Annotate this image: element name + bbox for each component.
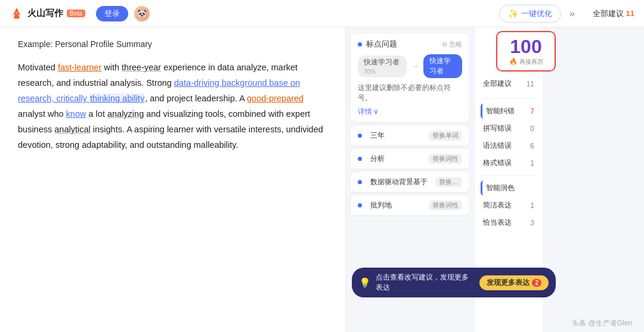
sidebar-count-3: 1 <box>530 159 534 167</box>
sidebar-count-0: 7 <box>530 107 534 116</box>
toast-text: 点击查看改写建议，发现更多表达 <box>376 272 475 293</box>
optimize-label: 一键优化 <box>521 8 552 19</box>
highlight-three-year: three-year <box>122 63 161 72</box>
card-ignore-button[interactable]: ⊖ 忽略 <box>442 40 462 49</box>
topbar: 火山写作 Beta 登录 🐼 ✨ 一键优化 » 全部建议 11 <box>0 0 644 27</box>
sidebar-label-3: 格式错误 <box>483 158 512 168</box>
card-last-tag: 替换词性 <box>429 200 462 210</box>
sidebar-count-1: 0 <box>530 125 534 133</box>
word-old: 快速学习者 70% <box>358 55 407 77</box>
highlight-know: know <box>66 109 86 119</box>
suggestion-card-main: 标点问题 ⊖ 忽略 快速学习者 70% → 快速学习者 这里建议删除不必要的标 <box>351 33 469 122</box>
toast-button-label: 发现更多表达 <box>487 278 530 288</box>
highlight-thinking: thinking ability <box>89 94 145 103</box>
main-layout: Example: Personal Profile Summary Motiva… <box>0 27 644 332</box>
card-detail-link[interactable]: 详情 ∨ <box>358 107 462 116</box>
card-header: 标点问题 ⊖ 忽略 <box>358 39 462 49</box>
toast-button[interactable]: 发现更多表达 2 <box>479 275 549 290</box>
sidebar-divider-2 <box>481 175 537 176</box>
sidebar-section-polish: 智能润色 <box>481 181 537 196</box>
fire-icon: 🔥 <box>509 58 518 66</box>
avatar: 🐼 <box>134 6 150 21</box>
ignore-label: 忽略 <box>449 40 462 49</box>
card-small-1: 三年 替换单词 <box>351 126 469 145</box>
doc-content: Motivated fast-learner with three-year e… <box>18 60 327 153</box>
sidebar-label-4: 简洁表达 <box>483 200 512 210</box>
card-last-label: 批判地 <box>370 200 392 210</box>
detail-label: 详情 <box>358 107 372 116</box>
optimize-icon: ✨ <box>508 9 518 18</box>
highlight-fast-learner: fast-learner <box>58 63 101 72</box>
toast-badge: 2 <box>532 279 541 287</box>
toast-icon: 💡 <box>359 277 371 288</box>
more-button[interactable]: » <box>567 8 577 19</box>
beta-badge: Beta <box>67 10 85 17</box>
card-sm-header-3: 数据驱动背景基于 替换… <box>358 177 462 187</box>
card-last: 批判地 替换词性 <box>351 196 469 215</box>
card-dot-3 <box>358 180 362 184</box>
card-dot <box>358 42 362 46</box>
highlight-analytical: analytical <box>54 125 90 134</box>
login-button[interactable]: 登录 <box>96 6 128 21</box>
card-words-row: 快速学习者 70% → 快速学习者 <box>358 54 462 78</box>
card-last-dot <box>358 203 362 207</box>
sidebar-polish-label: 智能润色 <box>486 183 515 193</box>
sidebar-count-4: 1 <box>530 201 534 210</box>
sidebar-count-2: 6 <box>530 142 534 150</box>
card-sm-label-2: 分析 <box>370 154 385 164</box>
doc-title: Example: Personal Profile Summary <box>18 39 327 49</box>
card-last-header: 批判地 替换词性 <box>358 200 462 210</box>
optimize-button[interactable]: ✨ 一键优化 <box>499 5 561 23</box>
sidebar-divider-1 <box>481 98 537 99</box>
toast-bar: 💡 点击查看改写建议，发现更多表达 发现更多表达 2 <box>352 268 556 297</box>
suggestions-header: 全部建议 11 <box>593 8 634 19</box>
sidebar-all-row[interactable]: 全部建议 11 <box>481 76 537 91</box>
ignore-icon: ⊖ <box>442 41 447 48</box>
card-type: 标点问题 <box>366 39 442 49</box>
panel-area: 100 🔥 再接再厉 标点问题 ⊖ 忽略 <box>346 27 561 332</box>
sidebar-item-spelling[interactable]: 拼写错误 0 <box>481 121 537 136</box>
highlight-good-prepared: good-prepared <box>247 94 304 103</box>
sidebar-item-concise[interactable]: 简洁表达 1 <box>481 198 537 213</box>
sidebar-item-grammar[interactable]: 语法错误 6 <box>481 138 537 153</box>
word-new[interactable]: 快速学习者 <box>423 54 462 78</box>
card-sm-tag-2: 替换词性 <box>429 154 462 164</box>
sidebar-all-count: 11 <box>527 80 534 88</box>
arrow-icon: → <box>411 62 419 70</box>
card-sm-tag-1: 替换单词 <box>429 131 462 141</box>
card-sm-header-1: 三年 替换单词 <box>358 131 462 141</box>
card-small-3: 数据驱动背景基于 替换… <box>351 172 469 192</box>
sidebar-label-5: 恰当表达 <box>483 218 512 228</box>
suggestions-count: 11 <box>626 9 634 18</box>
card-sm-label-1: 三年 <box>370 131 385 141</box>
sidebar-all-label: 全部建议 <box>483 79 512 89</box>
highlight-analyzing: analyzing <box>107 109 144 119</box>
card-dot-1 <box>358 134 362 138</box>
score-subtitle: 🔥 再接再厉 <box>509 58 543 66</box>
watermark: 头条 @生产者Glen <box>572 318 632 328</box>
logo-text: 火山写作 <box>27 8 63 19</box>
score-sub-text: 再接再厉 <box>519 58 543 66</box>
sidebar-item-smart-correction[interactable]: 智能纠错 7 <box>481 104 537 119</box>
card-desc: 这里建议删除不必要的标点符号。 <box>358 83 462 104</box>
card-small-2: 分析 替换词性 <box>351 149 469 169</box>
sidebar-label-2: 语法错误 <box>483 141 512 151</box>
logo-area: 火山写作 Beta <box>10 7 85 21</box>
editor-area: Example: Personal Profile Summary Motiva… <box>0 27 346 332</box>
sidebar-label-0: 智能纠错 <box>486 106 515 116</box>
sidebar-item-appropriate[interactable]: 恰当表达 3 <box>481 215 537 230</box>
card-sm-header-2: 分析 替换词性 <box>358 154 462 164</box>
chevron-icon: ∨ <box>373 107 379 116</box>
volcano-icon <box>10 7 24 21</box>
card-sm-label-3: 数据驱动背景基于 <box>370 177 428 187</box>
card-dot-2 <box>358 157 362 161</box>
score-card: 100 🔥 再接再厉 <box>496 31 556 72</box>
sidebar-count-5: 3 <box>530 219 534 227</box>
sidebar-label-1: 拼写错误 <box>483 123 512 134</box>
card-sm-tag-3: 替换… <box>435 177 462 187</box>
score-number: 100 <box>510 36 541 57</box>
sidebar-item-format[interactable]: 格式错误 1 <box>481 156 537 170</box>
